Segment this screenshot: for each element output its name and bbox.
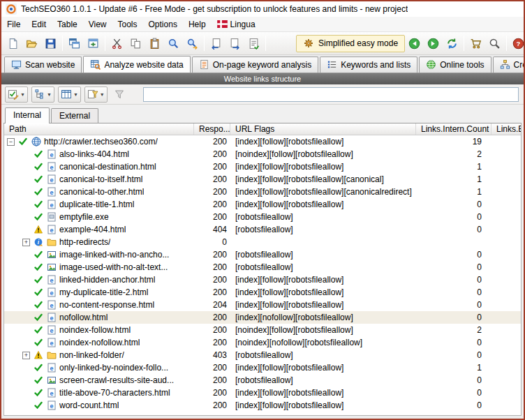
cut-button[interactable] bbox=[108, 34, 126, 52]
tab-online-tools[interactable]: Online tools bbox=[419, 57, 491, 73]
table-row[interactable]: emptyfile.exe200[robotsfileallow]0 bbox=[4, 211, 521, 223]
menu-view[interactable]: View bbox=[83, 18, 112, 31]
refresh-button[interactable] bbox=[443, 34, 461, 52]
path-text: no-content-response.html bbox=[59, 300, 154, 310]
table-row[interactable]: ecanonical-destination.html200[index][fo… bbox=[4, 160, 521, 173]
duplicate-window-button[interactable] bbox=[84, 34, 103, 52]
help-icon: ? bbox=[512, 38, 524, 50]
tab-scan-website[interactable]: Scan website bbox=[4, 57, 82, 73]
page-file-icon: e bbox=[47, 300, 59, 310]
response-cell: 0 bbox=[194, 236, 230, 248]
flags-cell: [robotsfileallow] bbox=[230, 374, 416, 387]
table-row[interactable]: eexample-404.html404[robotsfileallow]0 bbox=[4, 223, 521, 236]
tab-onpage-keyword-analysis[interactable]: On-page keyword analysis bbox=[192, 57, 318, 73]
ok-status-icon bbox=[34, 213, 47, 221]
copy-button[interactable] bbox=[126, 34, 145, 52]
next-view-button[interactable] bbox=[225, 34, 244, 52]
help-button[interactable]: ? bbox=[509, 34, 524, 52]
svg-text:e: e bbox=[50, 151, 53, 158]
duplicate-window-icon bbox=[87, 38, 99, 50]
path-text: canonical-to-itself.html bbox=[59, 174, 142, 184]
ok-status-icon bbox=[34, 150, 47, 158]
search-button[interactable] bbox=[485, 34, 504, 52]
tab-analyze-website-data[interactable]: Analyze website data bbox=[83, 56, 190, 73]
columns-dropdown[interactable]: ▼ bbox=[58, 87, 81, 103]
table-row[interactable]: enoindex-nofollow.html200[noindex][nofol… bbox=[4, 336, 521, 349]
table-row[interactable]: +non-linked-folder/403[robotsfileallow]0 bbox=[4, 349, 521, 361]
expand-toggle[interactable]: + bbox=[22, 352, 30, 359]
expand-toggle[interactable]: + bbox=[22, 239, 30, 246]
flags-cell: [index][follow][robotsfileallow] bbox=[230, 135, 416, 148]
table-row[interactable]: eword-count.html200[index][follow][robot… bbox=[4, 399, 521, 412]
table-row[interactable]: enofollow.html200[index][nofollow][robot… bbox=[4, 311, 521, 324]
save-project-button[interactable] bbox=[41, 34, 60, 52]
find-button[interactable] bbox=[164, 34, 183, 52]
table-row[interactable]: ecanonical-to-itself.html200[index][foll… bbox=[4, 173, 521, 186]
menu-file[interactable]: File bbox=[1, 18, 26, 31]
ok-status-icon bbox=[34, 200, 47, 209]
svg-text:e: e bbox=[50, 202, 53, 209]
table-row[interactable]: ealso-links-404.html200[noindex][follow]… bbox=[4, 148, 521, 160]
flags-cell: [index][follow][robotsfileallow] bbox=[230, 299, 416, 311]
menu-edit[interactable]: Edit bbox=[26, 18, 52, 31]
new-project-button[interactable] bbox=[3, 34, 22, 52]
table-row[interactable]: image-used-with-no-alt-text...200[robots… bbox=[4, 261, 521, 273]
table-row[interactable]: eonly-linked-by-noindex-follo...200[inde… bbox=[4, 361, 521, 374]
simplified-easy-mode-button[interactable]: Simplified easy mode bbox=[296, 35, 405, 52]
quick-report-dropdown[interactable]: ▼ bbox=[5, 87, 28, 103]
intern-count-cell: 0 bbox=[416, 198, 491, 211]
tab-external[interactable]: External bbox=[51, 108, 98, 123]
buy-subscription-button[interactable] bbox=[466, 34, 485, 52]
response-cell: 200 bbox=[194, 336, 230, 349]
quick-filter-input[interactable] bbox=[143, 87, 519, 102]
filter-dropdown[interactable]: ▼ bbox=[84, 87, 108, 103]
collapse-toggle[interactable]: − bbox=[7, 138, 15, 146]
table-row[interactable]: etitle-above-70-characters.html200[index… bbox=[4, 387, 521, 399]
tree-mode-dropdown[interactable]: ▼ bbox=[31, 87, 54, 103]
tab-internal[interactable]: Internal bbox=[5, 107, 50, 123]
report-view-button[interactable] bbox=[244, 34, 263, 52]
table-row[interactable]: enoindex-follow.html200[noindex][follow]… bbox=[4, 324, 521, 336]
menu-tools[interactable]: Tools bbox=[112, 18, 143, 31]
column-header-links-extern[interactable]: Links.Ex... bbox=[491, 123, 521, 135]
table-row[interactable]: eno-content-response.html204[index][foll… bbox=[4, 299, 521, 311]
title-bar: TechSEO360 1.0.1 - Update #6 - Free Mode… bbox=[1, 1, 524, 17]
flags-cell: [index][follow][robotsfileallow] bbox=[230, 361, 416, 374]
column-header-path[interactable]: Path bbox=[4, 123, 194, 135]
links-grid-body: −http://crawler.techseo360.com/200[index… bbox=[4, 135, 521, 415]
table-row[interactable]: elinked-hidden-anchor.html200[index][fol… bbox=[4, 273, 521, 286]
navigate-forward-button[interactable] bbox=[424, 34, 443, 52]
menu-lingua[interactable]: Lingua bbox=[212, 18, 261, 31]
table-row[interactable]: screen-crawl-results-site-aud...200[robo… bbox=[4, 374, 521, 387]
table-row[interactable]: image-linked-with-no-ancho...200[robotsf… bbox=[4, 248, 521, 261]
navigate-back-button[interactable] bbox=[405, 34, 424, 52]
extern-count-cell bbox=[491, 286, 521, 299]
find-next-button[interactable] bbox=[183, 34, 202, 52]
response-cell: 200 bbox=[194, 387, 230, 399]
open-project-button[interactable] bbox=[22, 34, 41, 52]
image-file-icon bbox=[47, 375, 59, 385]
table-row[interactable]: +ihttp-redirects/0 bbox=[4, 236, 521, 248]
page-file-icon: e bbox=[47, 225, 59, 234]
column-header-url-flags[interactable]: URL Flags bbox=[230, 123, 416, 135]
menu-help[interactable]: Help bbox=[183, 18, 212, 31]
table-row[interactable]: −http://crawler.techseo360.com/200[index… bbox=[4, 135, 521, 148]
menu-options[interactable]: Options bbox=[143, 18, 183, 31]
ok-status-icon bbox=[34, 338, 47, 347]
table-row[interactable]: ecanonical-to-other.html200[index][follo… bbox=[4, 186, 521, 198]
column-header-response[interactable]: Respo... bbox=[194, 123, 230, 135]
new-window-button[interactable] bbox=[65, 34, 84, 52]
tab-keywords-and-lists[interactable]: Keywords and lists bbox=[320, 57, 417, 73]
table-row[interactable]: eduplicate-title-1.html200[index][follow… bbox=[4, 198, 521, 211]
intern-count-cell: 2 bbox=[416, 148, 491, 160]
table-columns-icon bbox=[61, 89, 72, 100]
prev-view-button[interactable] bbox=[207, 34, 225, 52]
paste-button[interactable] bbox=[145, 34, 164, 52]
column-header-links-intern-count[interactable]: Links.Intern.Count bbox=[416, 123, 491, 135]
apply-filter-button[interactable] bbox=[111, 87, 128, 103]
warning-status-icon bbox=[34, 225, 47, 234]
toolbar-separator bbox=[105, 36, 105, 51]
menu-table[interactable]: Table bbox=[52, 18, 83, 31]
table-row[interactable]: emy-duplicate-title-2.html200[index][fol… bbox=[4, 286, 521, 299]
tab-create-sitemaps[interactable]: Create sitema... bbox=[493, 57, 524, 73]
